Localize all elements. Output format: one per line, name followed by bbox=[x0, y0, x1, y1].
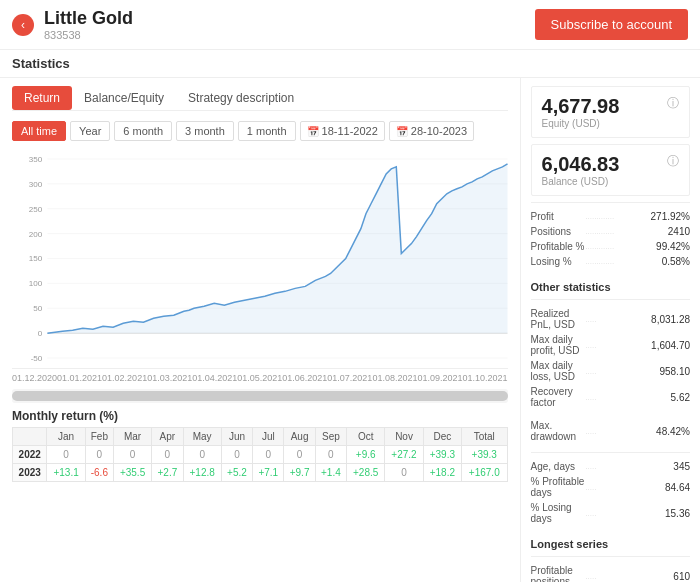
col-header-jun: Jun bbox=[221, 428, 252, 446]
col-header-nov: Nov bbox=[385, 428, 423, 446]
time-filters: All time Year 6 month 3 month 1 month 📅 … bbox=[12, 121, 508, 141]
subscribe-button[interactable]: Subscribe to account bbox=[535, 9, 688, 40]
x-axis-labels: 01.12.2020 01.01.2021 01.02.2021 01.03.2… bbox=[12, 371, 508, 385]
month-cell: 0 bbox=[183, 446, 221, 464]
col-header-jul: Jul bbox=[253, 428, 284, 446]
equity-box: ⓘ 4,677.98 Equity (USD) bbox=[531, 86, 690, 138]
month-cell: 0 bbox=[85, 446, 113, 464]
age-days-row: Age, days ..... 345 bbox=[531, 459, 690, 474]
positions-row: Positions ............. 2410 bbox=[531, 224, 690, 239]
x-label-1: 01.01.2021 bbox=[57, 373, 102, 383]
month-cell: +28.5 bbox=[347, 464, 385, 482]
profitable-positions-label: Profitable positions bbox=[531, 565, 586, 582]
realized-pnl-label: Realized PnL, USD bbox=[531, 308, 586, 330]
max-drawdown-label: Max. drawdown bbox=[531, 420, 586, 442]
losing-pct-value: 0.58% bbox=[640, 256, 690, 267]
longest-series-label: Longest series bbox=[531, 538, 690, 550]
filter-3month[interactable]: 3 month bbox=[176, 121, 234, 141]
date-end-value: 28-10-2023 bbox=[411, 125, 467, 137]
chart-container: 350 300 250 200 150 100 50 0 -50 bbox=[12, 149, 508, 369]
return-chart: 350 300 250 200 150 100 50 0 -50 bbox=[12, 149, 508, 368]
profitable-positions-row: Profitable positions ..... 610 bbox=[531, 563, 690, 582]
positions-label: Positions bbox=[531, 226, 586, 237]
profit-row: Profit ............. 271.92% bbox=[531, 209, 690, 224]
max-daily-loss-value: 958.10 bbox=[640, 366, 690, 377]
right-panel: ⓘ 4,677.98 Equity (USD) ⓘ 6,046.83 Balan… bbox=[521, 78, 700, 582]
total-cell: +167.0 bbox=[462, 464, 508, 482]
max-drawdown-value: 48.42% bbox=[640, 426, 690, 437]
date-end-picker[interactable]: 📅 28-10-2023 bbox=[389, 121, 474, 141]
table-row: 2022000000000+9.6+27.2+39.3+39.3 bbox=[13, 446, 508, 464]
age-days-value: 345 bbox=[640, 461, 690, 472]
month-cell: +9.6 bbox=[347, 446, 385, 464]
filter-all-time[interactable]: All time bbox=[12, 121, 66, 141]
svg-text:250: 250 bbox=[29, 205, 43, 214]
chart-scrollbar[interactable] bbox=[12, 389, 508, 403]
x-label-6: 01.06.2021 bbox=[282, 373, 327, 383]
tab-row: Return Balance/Equity Strategy descripti… bbox=[12, 86, 508, 111]
col-header-may: May bbox=[183, 428, 221, 446]
profitable-days-pct-label: % Profitable days bbox=[531, 476, 586, 498]
tab-balance-equity[interactable]: Balance/Equity bbox=[72, 86, 176, 110]
month-cell: +12.8 bbox=[183, 464, 221, 482]
svg-text:350: 350 bbox=[29, 155, 43, 164]
month-cell: +1.4 bbox=[315, 464, 346, 482]
equity-label: Equity (USD) bbox=[542, 118, 679, 129]
month-cell: +2.7 bbox=[152, 464, 183, 482]
profitable-pct-label: Profitable % bbox=[531, 241, 586, 252]
svg-text:-50: -50 bbox=[31, 354, 43, 363]
tab-return[interactable]: Return bbox=[12, 86, 72, 110]
longest-series-section: Profitable positions ..... 610 Losing po… bbox=[531, 556, 690, 582]
month-cell: +27.2 bbox=[385, 446, 423, 464]
svg-text:0: 0 bbox=[38, 329, 43, 338]
date-start-picker[interactable]: 📅 18-11-2022 bbox=[300, 121, 385, 141]
profitable-days-pct-row: % Profitable days ..... 84.64 bbox=[531, 474, 690, 500]
date-start-value: 18-11-2022 bbox=[322, 125, 378, 137]
profitable-positions-value: 610 bbox=[640, 571, 690, 582]
equity-info-icon[interactable]: ⓘ bbox=[667, 95, 679, 112]
max-daily-profit-label: Max daily profit, USD bbox=[531, 334, 586, 356]
col-header-dec: Dec bbox=[423, 428, 461, 446]
month-cell: 0 bbox=[284, 446, 315, 464]
profitable-pct-row: Profitable % ............. 99.42% bbox=[531, 239, 690, 254]
filter-year[interactable]: Year bbox=[70, 121, 110, 141]
other-stats-label: Other statistics bbox=[531, 281, 690, 293]
header: ‹ Little Gold 833538 Subscribe to accoun… bbox=[0, 0, 700, 50]
svg-text:100: 100 bbox=[29, 279, 43, 288]
filter-1month[interactable]: 1 month bbox=[238, 121, 296, 141]
account-id: 833538 bbox=[44, 29, 133, 41]
month-cell: +39.3 bbox=[423, 446, 461, 464]
account-name: Little Gold bbox=[44, 8, 133, 29]
svg-text:50: 50 bbox=[33, 304, 43, 313]
x-label-7: 01.07.2021 bbox=[327, 373, 372, 383]
profitable-pct-value: 99.42% bbox=[640, 241, 690, 252]
equity-value: 4,677.98 bbox=[542, 95, 679, 118]
statistics-label: Statistics bbox=[0, 50, 700, 78]
recovery-label: Recovery factor bbox=[531, 386, 586, 408]
monthly-return-table: Jan Feb Mar Apr May Jun Jul Aug Sep Oct … bbox=[12, 427, 508, 482]
positions-value: 2410 bbox=[640, 226, 690, 237]
month-cell: 0 bbox=[253, 446, 284, 464]
total-cell: +39.3 bbox=[462, 446, 508, 464]
profit-label: Profit bbox=[531, 211, 586, 222]
back-button[interactable]: ‹ bbox=[12, 14, 34, 36]
realized-pnl-row: Realized PnL, USD ..... 8,031.28 bbox=[531, 306, 690, 332]
age-stats-section: Age, days ..... 345 % Profitable days ..… bbox=[531, 452, 690, 532]
profitable-days-pct-value: 84.64 bbox=[640, 482, 690, 493]
calendar-start-icon: 📅 bbox=[307, 126, 319, 137]
max-daily-profit-row: Max daily profit, USD ..... 1,604.70 bbox=[531, 332, 690, 358]
tab-strategy[interactable]: Strategy description bbox=[176, 86, 306, 110]
monthly-return-label: Monthly return (%) bbox=[12, 409, 508, 423]
scrollbar-thumb[interactable] bbox=[12, 391, 508, 401]
month-cell: 0 bbox=[221, 446, 252, 464]
month-cell: 0 bbox=[47, 446, 85, 464]
col-header-jan: Jan bbox=[47, 428, 85, 446]
losing-days-pct-value: 15.36 bbox=[640, 508, 690, 519]
profit-value: 271.92% bbox=[640, 211, 690, 222]
filter-6month[interactable]: 6 month bbox=[114, 121, 172, 141]
balance-info-icon[interactable]: ⓘ bbox=[667, 153, 679, 170]
account-info: Little Gold 833538 bbox=[44, 8, 133, 41]
col-header-year bbox=[13, 428, 47, 446]
header-left: ‹ Little Gold 833538 bbox=[12, 8, 133, 41]
stats-section: Profit ............. 271.92% Positions .… bbox=[531, 202, 690, 275]
